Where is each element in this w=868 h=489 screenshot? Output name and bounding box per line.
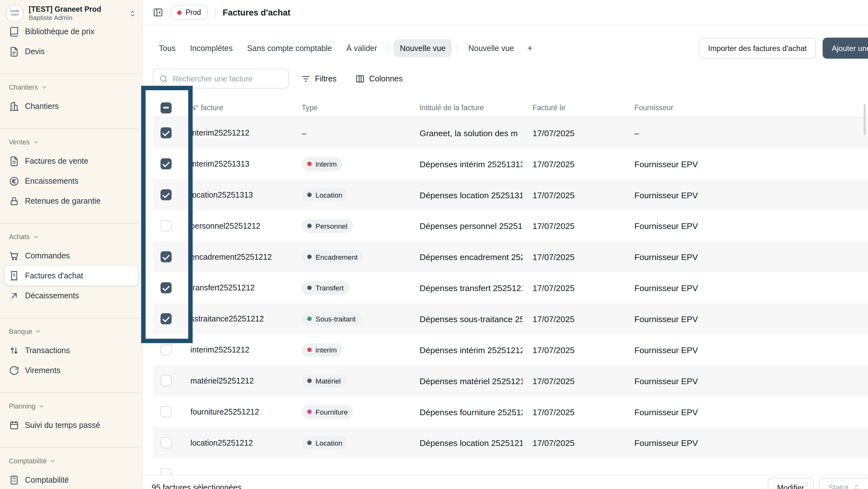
cell-title: Graneet, la solution des m: [408, 128, 523, 138]
cell-billed-on: 17/07/2025: [523, 314, 625, 324]
cell-type: Sous-traitant: [294, 312, 408, 326]
chevron-down-icon: [32, 139, 39, 146]
cell-type: Transfert: [294, 281, 408, 295]
cell-supplier: Fournisseur EPV: [624, 221, 868, 231]
account-switcher[interactable]: VOTRE LOGO [TEST] Graneet Prod Baptiste …: [0, 0, 142, 27]
search-invoice-field[interactable]: [153, 69, 289, 89]
tab-nouvelle-vue-active[interactable]: Nouvelle vue: [394, 39, 452, 57]
table-row[interactable]: encadrement25251212 Encadrement Dépenses…: [153, 241, 868, 272]
user-name: Baptiste Admin: [29, 14, 124, 22]
tab-tous[interactable]: Tous: [153, 39, 182, 57]
table-row[interactable]: interim25251313 interim Dépenses intérim…: [153, 148, 868, 179]
cell-invoice-number: matériel25251212: [190, 376, 294, 385]
table-row[interactable]: sstraitance25251212 Sous-traitant Dépens…: [153, 303, 868, 334]
table-row[interactable]: location25251212 Location Dépenses locat…: [153, 427, 868, 458]
table-row[interactable]: interim25251212 – Graneet, la solution d…: [153, 117, 868, 148]
row-checkbox[interactable]: [161, 437, 172, 448]
row-checkbox[interactable]: [161, 127, 172, 138]
sidebar-item-encaissements[interactable]: Encaissements: [4, 171, 138, 191]
row-checkbox[interactable]: [161, 189, 172, 200]
select-all-checkbox[interactable]: [161, 102, 172, 113]
cell-invoice-number: interim25251212: [190, 345, 294, 354]
sidebar-section-comptabilite[interactable]: Comptabilité: [9, 457, 133, 465]
main-scrollbar[interactable]: [864, 104, 866, 135]
sidebar-section-achats[interactable]: Achats: [9, 232, 133, 241]
tab-sans-compte-comptable[interactable]: Sans compte comptable: [241, 39, 338, 57]
cell-invoice-number: encadrement25251212: [190, 253, 294, 261]
cell-supplier: Fournisseur EPV: [624, 252, 868, 262]
sidebar-item-chantiers[interactable]: Chantiers: [4, 96, 138, 116]
worksite-icon: [9, 101, 19, 111]
add-view-button[interactable]: +: [522, 41, 537, 55]
column-header-type: Type: [294, 104, 408, 112]
table-row[interactable]: location25251313 Location Dépenses locat…: [153, 179, 868, 210]
row-checkbox[interactable]: [161, 158, 172, 169]
collapse-sidebar-button[interactable]: [153, 7, 163, 18]
table-row[interactable]: matériel25251212 Matériel Dépenses matér…: [153, 365, 868, 396]
row-checkbox[interactable]: [161, 282, 172, 293]
type-dot-icon: [307, 193, 312, 197]
cell-supplier: Fournisseur EPV: [624, 438, 868, 448]
cell-type: Location: [294, 436, 408, 450]
sidebar-item-decaissements[interactable]: Décaissements: [4, 286, 138, 306]
search-input[interactable]: [173, 74, 283, 83]
row-checkbox[interactable]: [161, 406, 172, 417]
sidebar-item-transactions[interactable]: Transactions: [4, 340, 138, 360]
sidebar-item-devis[interactable]: Devis: [4, 41, 138, 61]
add-invoice-button[interactable]: Ajouter une facture: [823, 38, 868, 59]
cell-supplier: Fournisseur EPV: [624, 283, 868, 293]
cell-type: Encadrement: [294, 250, 408, 264]
sidebar-section-ventes[interactable]: Ventes: [9, 138, 133, 146]
cell-billed-on: 17/07/2025: [523, 376, 625, 385]
selection-footer: 95 factures sélectionnées Modifier Statu…: [143, 475, 868, 489]
table-row[interactable]: fourniture25251212 Fourniture Dépenses f…: [153, 396, 868, 427]
row-checkbox[interactable]: [161, 375, 172, 386]
cell-type: interim: [294, 343, 408, 357]
type-dot-icon: [307, 317, 312, 321]
import-invoices-button[interactable]: Importer des factures d'achat: [699, 38, 816, 59]
chevron-down-icon: [32, 233, 39, 240]
tab-incompletes[interactable]: Incomplètes: [184, 39, 239, 57]
table-row[interactable]: transfert25251212 Transfert Dépenses tra…: [153, 272, 868, 303]
row-checkbox[interactable]: [161, 251, 172, 262]
cell-billed-on: 17/07/2025: [523, 221, 625, 231]
columns-button[interactable]: Colonnes: [349, 69, 409, 89]
type-dot-icon: [307, 162, 312, 166]
modify-button[interactable]: Modifier: [768, 478, 813, 489]
cell-invoice-number: sstraitance25251212: [190, 315, 294, 323]
sidebar-item-factures-de-vente[interactable]: Factures de vente: [4, 151, 138, 171]
sidebar-item-comptabilite[interactable]: Comptabilité: [4, 470, 138, 489]
cell-supplier: Fournisseur EPV: [624, 159, 868, 168]
cell-supplier: Fournisseur EPV: [624, 345, 868, 355]
sidebar-item-virements[interactable]: Virements: [4, 360, 138, 380]
cell-title: Dépenses intérim 25251313: [408, 159, 523, 168]
sidebar-divider: [0, 392, 142, 393]
invoices-table: N° facture Type Intitulé de la facture F…: [153, 98, 868, 489]
sidebar-item-commandes[interactable]: Commandes: [4, 246, 138, 266]
tab-nouvelle-vue[interactable]: Nouvelle vue: [462, 39, 520, 57]
row-checkbox[interactable]: [161, 344, 172, 355]
type-dot-icon: [307, 286, 312, 290]
tab-a-valider[interactable]: À valider: [340, 39, 383, 57]
row-checkbox[interactable]: [161, 313, 172, 324]
type-dot-icon: [307, 441, 312, 445]
sidebar-item-suivi-du-temps[interactable]: Suivi du temps passé: [4, 415, 138, 435]
bank-transfer-icon: [9, 365, 19, 375]
status-button[interactable]: Statut: [819, 478, 868, 489]
cell-title: Dépenses personnel 25251212: [408, 221, 523, 231]
columns-icon: [355, 74, 365, 83]
sidebar-section-banque[interactable]: Banque: [9, 327, 133, 336]
sidebar-section-chantiers[interactable]: Chantiers: [9, 83, 133, 92]
filters-button[interactable]: Filtres: [294, 69, 343, 89]
table-row[interactable]: interim25251212 interim Dépenses intérim…: [153, 334, 868, 365]
type-dot-icon: [307, 348, 312, 352]
cell-billed-on: 17/07/2025: [523, 190, 625, 199]
cell-title: Dépenses location 25251313: [408, 190, 523, 199]
sidebar-section-planning[interactable]: Planning: [9, 402, 133, 411]
row-checkbox[interactable]: [161, 220, 172, 231]
sidebar-item-retenues-de-garantie[interactable]: Retenues de garantie: [4, 191, 138, 211]
sidebar-item-factures-dachat[interactable]: Factures d'achat: [4, 266, 138, 286]
environment-badge[interactable]: Prod: [170, 5, 208, 20]
table-row[interactable]: personnel25251212 Personnel Dépenses per…: [153, 210, 868, 241]
sidebar-divider: [0, 318, 142, 318]
